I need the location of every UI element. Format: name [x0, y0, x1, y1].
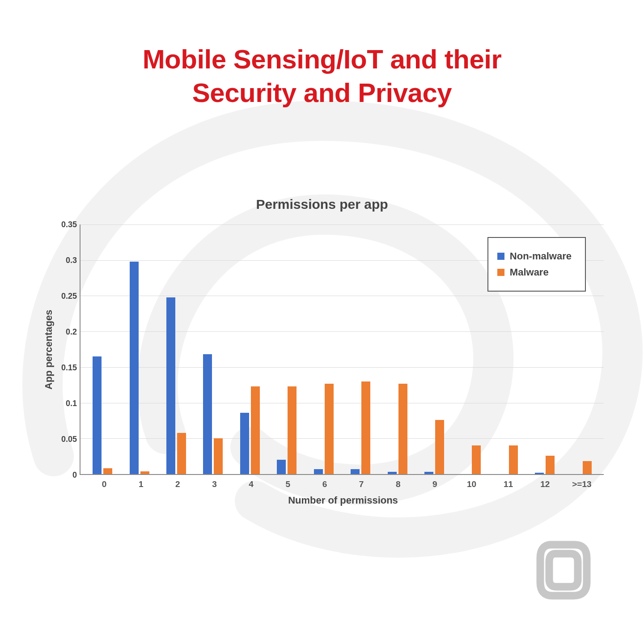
page-title: Mobile Sensing/IoT and their Security an…: [0, 42, 644, 110]
category-group: [121, 225, 157, 474]
category-group: [195, 225, 231, 474]
logo-o-icon: [532, 537, 595, 604]
category-group: [416, 225, 453, 474]
xtick: 4: [233, 479, 270, 489]
legend-swatch-malware: [497, 269, 504, 276]
bar-malware: [361, 381, 370, 474]
category-group: [84, 225, 121, 474]
bar-malware: [103, 468, 112, 474]
bar-malware: [214, 438, 223, 474]
category-group: [268, 225, 305, 474]
bar-non-malware: [314, 469, 323, 474]
bar-malware: [472, 445, 481, 474]
bar-malware: [140, 471, 149, 474]
xtick: 9: [416, 479, 453, 489]
xtick: >=13: [564, 479, 600, 489]
bar-non-malware: [351, 469, 360, 474]
bar-malware: [546, 456, 555, 474]
chart-title: Permissions per app: [40, 197, 604, 212]
bar-non-malware: [166, 297, 175, 474]
y-axis-label: App percentages: [40, 225, 55, 475]
bar-malware: [325, 384, 334, 474]
xtick: 11: [490, 479, 527, 489]
bar-non-malware: [277, 460, 286, 474]
xtick: 3: [196, 479, 233, 489]
category-group: [305, 225, 342, 474]
chart-container: Permissions per app Non-malware Malware …: [40, 197, 604, 501]
xtick: 12: [527, 479, 564, 489]
legend-label-malware: Malware: [510, 267, 549, 278]
xtick: 10: [453, 479, 490, 489]
chart-legend: Non-malware Malware: [487, 237, 586, 292]
x-axis-ticks: 0123456789101112>=13: [82, 475, 604, 489]
xtick: 8: [380, 479, 416, 489]
bar-non-malware: [240, 413, 249, 474]
bar-malware: [583, 461, 592, 474]
bar-malware: [177, 433, 186, 474]
xtick: 2: [159, 479, 196, 489]
category-group: [232, 225, 268, 474]
title-line-2: Security and Privacy: [192, 78, 452, 108]
xtick: 0: [86, 479, 123, 489]
category-group: [453, 225, 489, 474]
bar-non-malware: [535, 473, 544, 474]
bar-non-malware: [130, 262, 139, 474]
bar-malware: [398, 384, 407, 474]
legend-swatch-non-malware: [497, 253, 504, 260]
bar-malware: [435, 420, 444, 474]
bar-malware: [251, 386, 260, 474]
bar-malware: [288, 386, 297, 474]
bar-malware: [509, 445, 518, 474]
xtick: 6: [306, 479, 343, 489]
bar-non-malware: [93, 356, 102, 474]
xtick: 7: [343, 479, 380, 489]
y-axis-ticks: 0.35 0.3 0.25 0.2 0.15 0.1 0.05 0: [55, 225, 80, 475]
legend-item-non-malware: Non-malware: [497, 250, 572, 262]
legend-item-malware: Malware: [497, 267, 572, 278]
category-group: [158, 225, 195, 474]
category-group: [379, 225, 415, 474]
legend-label-non-malware: Non-malware: [510, 250, 572, 262]
bar-non-malware: [203, 354, 212, 474]
bar-non-malware: [388, 472, 397, 474]
xtick: 1: [123, 479, 159, 489]
x-axis-label: Number of permissions: [40, 495, 604, 506]
category-group: [342, 225, 379, 474]
xtick: 5: [270, 479, 306, 489]
bar-non-malware: [424, 472, 433, 474]
title-line-1: Mobile Sensing/IoT and their: [143, 44, 502, 74]
